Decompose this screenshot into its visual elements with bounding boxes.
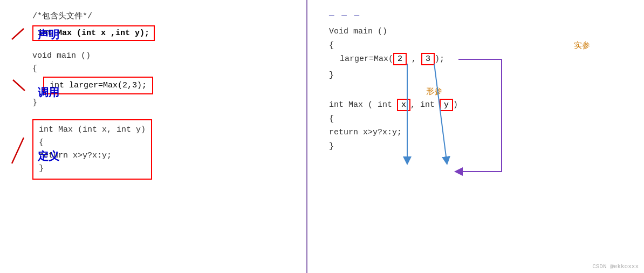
right-def-brace-open: {	[329, 112, 633, 126]
comma: ,	[407, 54, 421, 64]
param-2-box: 2	[393, 53, 407, 65]
slash-dingyi-icon	[8, 135, 29, 168]
svg-line-2	[12, 138, 24, 163]
brace-close-call: }	[32, 97, 296, 110]
svg-line-1	[13, 80, 25, 91]
label-shengming: 声明	[38, 28, 59, 42]
spacer	[329, 82, 633, 98]
def-suffix: )	[453, 100, 458, 110]
def-brace-open: {	[39, 138, 44, 147]
svg-line-0	[12, 29, 24, 39]
label-diaoyong: 调用	[38, 85, 59, 100]
larger-suffix: );	[435, 54, 444, 64]
def-prefix: int Max ( int	[329, 100, 397, 110]
def-middle: , int	[410, 100, 440, 110]
label-shican: 实参	[574, 40, 590, 51]
brace-open-call: {	[32, 63, 296, 76]
right-def-return: return x>y?x:y;	[329, 126, 633, 140]
param-x-box: x	[397, 99, 410, 111]
section-definition: 定义 int Max (int x, int y) { return x>y?x…	[32, 119, 296, 180]
section-declaration: 声明 int Max (int x ,int y);	[32, 25, 296, 41]
def-brace-close: }	[39, 164, 44, 173]
section-call: void main () { 调用 int larger=Max(2,3); }	[32, 50, 296, 110]
left-panel: /*包含头文件*/ 声明 int Max (int x ,int y); voi…	[0, 0, 307, 273]
slash-shengming-icon	[8, 28, 29, 44]
int-max-def-line: 形参 int Max ( int x, int y)	[329, 98, 633, 112]
watermark: CSDN @ekkoxxx	[592, 263, 639, 270]
label-dingyi: 定义	[38, 149, 59, 163]
right-void-main: Void main ()	[329, 25, 633, 39]
right-def-brace-close: }	[329, 140, 633, 154]
label-xingcan: 形参	[426, 86, 442, 97]
right-panel: — — — Void main () { 实参 larger=Max(2 , 3…	[307, 0, 644, 273]
larger-prefix: larger=Max(	[340, 54, 393, 64]
call-box: int larger=Max(2,3);	[43, 77, 153, 94]
param-y-box: y	[440, 99, 453, 111]
comment-line: /*包含头文件*/	[32, 11, 296, 21]
slash-diaoyong-icon	[8, 78, 29, 94]
right-brace-close: }	[329, 69, 633, 83]
main-container: /*包含头文件*/ 声明 int Max (int x ,int y); voi…	[0, 0, 644, 273]
param-3-box: 3	[421, 53, 435, 65]
larger-max-line: 实参 larger=Max(2 , 3);	[340, 52, 633, 66]
top-dashes: — — —	[329, 11, 633, 21]
void-main-line: void main ()	[32, 50, 296, 63]
def-line1: int Max (int x, int y)	[39, 125, 146, 134]
